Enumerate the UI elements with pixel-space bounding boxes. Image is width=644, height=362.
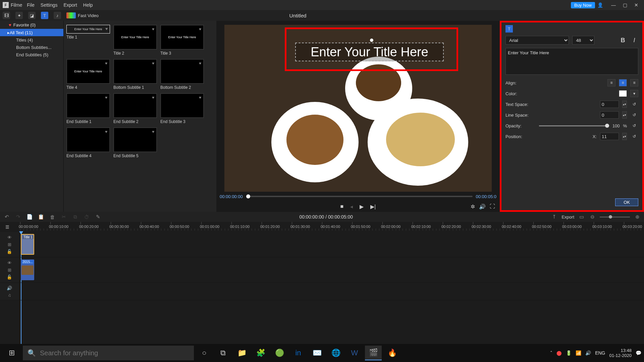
- thumbnail[interactable]: ♥: [113, 93, 157, 118]
- clock[interactable]: 13:48 01-12-2020: [609, 348, 632, 358]
- favorite-heart-icon[interactable]: ♥: [152, 95, 154, 100]
- thumbnail[interactable]: ♥: [160, 59, 204, 84]
- align-center-icon[interactable]: ≡: [619, 79, 627, 86]
- title-clip[interactable]: Title 1: [21, 234, 34, 255]
- thumbnail[interactable]: ♥Enter Your Title Here: [113, 25, 157, 50]
- taskbar-search[interactable]: 🔍: [23, 346, 194, 360]
- close-icon[interactable]: ✕: [631, 2, 641, 8]
- ok-button[interactable]: OK: [615, 198, 638, 206]
- sidebar-favorite[interactable]: ♥Favorite (0): [0, 21, 63, 29]
- position-reset-icon[interactable]: ↺: [630, 133, 638, 140]
- gmail-icon[interactable]: ✉️: [309, 346, 325, 360]
- sidebar-titles[interactable]: Titles (4): [0, 36, 63, 44]
- audio-track[interactable]: 🔊 ♫: [0, 283, 644, 300]
- maximize-icon[interactable]: ▢: [620, 2, 630, 8]
- visibility-eye-icon[interactable]: 👁: [7, 235, 12, 240]
- favorite-heart-icon[interactable]: ♥: [105, 129, 107, 134]
- line-space-reset-icon[interactable]: ↺: [630, 111, 638, 119]
- rotate-handle-icon[interactable]: [370, 39, 373, 42]
- favorite-heart-icon[interactable]: ♥: [105, 95, 107, 100]
- favorite-heart-icon[interactable]: ♥: [152, 129, 154, 134]
- opacity-reset-icon[interactable]: ↺: [630, 122, 638, 129]
- notifications-icon[interactable]: 💬: [636, 350, 641, 356]
- transitions-tab-icon[interactable]: ◪: [28, 12, 36, 19]
- text-track[interactable]: 👁 ⊞ 🔓 Title 1: [0, 232, 644, 257]
- settings-gear-icon[interactable]: ✲: [471, 203, 475, 210]
- filme-taskbar-icon[interactable]: 🎬: [365, 346, 382, 360]
- thumbnail[interactable]: ♥: [113, 59, 157, 84]
- align-left-icon[interactable]: ≡: [607, 79, 615, 86]
- zoom-in-icon[interactable]: ⊕: [634, 214, 641, 220]
- assist-icon[interactable]: 🧩: [252, 346, 269, 360]
- paste-icon[interactable]: 📋: [38, 214, 44, 220]
- export-label[interactable]: Export: [561, 215, 574, 220]
- export-up-icon[interactable]: ⤒: [551, 214, 557, 220]
- favorite-heart-icon[interactable]: ♥: [152, 61, 154, 66]
- sidebar-end-subtitles[interactable]: End Subtitles (5): [0, 51, 63, 58]
- preview-seek-track[interactable]: [246, 196, 473, 197]
- volume-icon[interactable]: 🔊: [479, 203, 486, 210]
- bold-icon[interactable]: B: [619, 37, 627, 44]
- zoom-out-icon[interactable]: ⊖: [589, 214, 596, 220]
- battery-icon[interactable]: 🔋: [566, 350, 572, 356]
- file-explorer-icon[interactable]: 📁: [233, 346, 250, 360]
- fit-icon[interactable]: ▭: [578, 214, 585, 220]
- timeline-ruler[interactable]: ☰ 00:00:00:0000:00:10:0000:00:20:0000:00…: [0, 222, 644, 232]
- thumbnail[interactable]: ♥: [113, 127, 157, 152]
- speed-icon[interactable]: ⏱: [83, 214, 90, 220]
- media-tab-icon[interactable]: 🎞: [3, 12, 10, 19]
- lock-icon[interactable]: 🔓: [7, 249, 12, 254]
- title-text-overlay[interactable]: Enter Your Title Here: [295, 43, 444, 61]
- tray-security-icon[interactable]: ⬤: [556, 350, 562, 356]
- sound-icon[interactable]: 🔊: [585, 350, 591, 356]
- cortana-icon[interactable]: ○: [196, 346, 213, 360]
- pos-x-input[interactable]: [600, 133, 619, 140]
- text-space-input[interactable]: [600, 101, 619, 108]
- italic-icon[interactable]: I: [630, 37, 638, 44]
- align-right-icon[interactable]: ≡: [630, 79, 638, 86]
- timeline-menu-icon[interactable]: ☰: [5, 225, 9, 230]
- thumbnail[interactable]: ♥: [160, 93, 204, 118]
- favorite-heart-icon[interactable]: ♥: [105, 61, 107, 66]
- audio-tab-icon[interactable]: ♪: [54, 12, 61, 19]
- sidebar-bottom-subtitles[interactable]: Bottom Subtitles...: [0, 44, 63, 51]
- user-icon[interactable]: 👤: [595, 2, 605, 8]
- wifi-icon[interactable]: 📶: [576, 350, 581, 356]
- fast-video-button[interactable]: Fast Video: [66, 12, 99, 18]
- next-frame-icon[interactable]: ▶|: [370, 203, 376, 210]
- color-dropdown-icon[interactable]: ▾: [630, 90, 638, 97]
- thumbnail[interactable]: ♥: [66, 127, 110, 152]
- zoom-slider[interactable]: [600, 217, 630, 218]
- sidebar-all-text[interactable]: ▸ All Text (11): [0, 29, 63, 36]
- lock-icon[interactable]: 🔓: [7, 275, 12, 280]
- fullscreen-icon[interactable]: ⛶: [490, 203, 495, 210]
- search-input[interactable]: [40, 349, 189, 357]
- task-view-icon[interactable]: ⧉: [215, 346, 231, 360]
- edit-pencil-icon[interactable]: ✎: [95, 214, 101, 220]
- video-track[interactable]: 👁 ⊞ 🔓 2015...: [0, 257, 644, 283]
- text-properties-tab-icon[interactable]: T: [505, 25, 513, 33]
- tray-chevron-icon[interactable]: ˄: [550, 350, 552, 356]
- menu-file[interactable]: File: [27, 2, 35, 8]
- chrome-icon[interactable]: 🟢: [271, 346, 288, 360]
- edge-icon[interactable]: 🌐: [327, 346, 344, 360]
- pos-x-stepper-icon[interactable]: ▴▾: [622, 133, 627, 140]
- stop-button-icon[interactable]: ■: [340, 203, 344, 209]
- menu-export[interactable]: Export: [63, 2, 77, 8]
- menu-settings[interactable]: Settings: [41, 2, 58, 8]
- thumbnail[interactable]: ♥: [66, 93, 110, 118]
- audio-volume-icon[interactable]: 🔊: [7, 286, 12, 291]
- video-preview[interactable]: Enter Your Title Here: [224, 25, 492, 192]
- video-clip[interactable]: 2015...: [21, 259, 34, 280]
- linkedin-icon[interactable]: in: [290, 346, 307, 360]
- delete-icon[interactable]: 🗑: [49, 214, 56, 220]
- minimize-icon[interactable]: —: [608, 2, 619, 8]
- text-tab-icon[interactable]: T: [41, 12, 48, 19]
- line-space-input[interactable]: [600, 111, 619, 119]
- text-space-reset-icon[interactable]: ↺: [630, 101, 638, 108]
- thumbnail[interactable]: ♥Enter Your Title Here: [66, 59, 110, 84]
- word-icon[interactable]: W: [346, 346, 363, 360]
- redo-icon[interactable]: ↷: [15, 214, 21, 220]
- start-button-icon[interactable]: ⊞: [3, 344, 21, 362]
- font-family-select[interactable]: Arial: [505, 36, 569, 45]
